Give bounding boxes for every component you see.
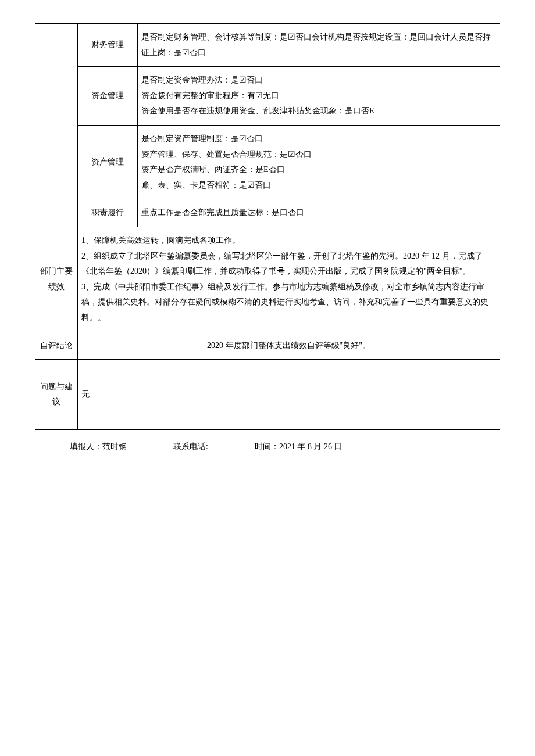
row-content: 是否制定财务管理、会计核算等制度：是☑否口会计机构是否按规定设置：是回口会计人员… [138, 24, 500, 67]
section-label: 部门主要绩效 [35, 227, 78, 332]
section-content: 2020 年度部门整体支出绩效自评等级"良好"。 [78, 332, 500, 360]
table-row: 部门主要绩效 1、保障机关高效运转，圆满完成各项工作。 2、组织成立了北塔区年鉴… [35, 227, 500, 332]
footer: 填报人：范时钢 联系电话: 时间：2021 年 8 月 26 日 [35, 442, 500, 452]
table-row: 资金管理 是否制定资金管理办法：是☑否口 资金拨付有完整的审批程序：有☑无口 资… [35, 67, 500, 126]
row-label: 资金管理 [78, 67, 138, 126]
content-text: 是否制定资金管理办法：是☑否口 资金拨付有完整的审批程序：有☑无口 资金使用是否… [141, 76, 374, 115]
time-label: 时间： [255, 442, 279, 451]
time-field: 时间：2021 年 8 月 26 日 [255, 442, 343, 452]
row-content: 重点工作是否全部完成且质量达标：是口否口 [138, 199, 500, 227]
table-row: 问题与建议 无 [35, 360, 500, 430]
phone-label: 联系电话: [173, 442, 208, 451]
main-table: 财务管理 是否制定财务管理、会计核算等制度：是☑否口会计机构是否按规定设置：是回… [35, 23, 500, 430]
row-label: 财务管理 [78, 24, 138, 67]
row-content: 是否制定资金管理办法：是☑否口 资金拨付有完整的审批程序：有☑无口 资金使用是否… [138, 67, 500, 126]
content-text: 重点工作是否全部完成且质量达标：是口否口 [141, 208, 304, 217]
phone-field: 联系电话: [173, 442, 208, 452]
table-row: 资产管理 是否制定资产管理制度：是☑否口 资产管理、保存、处置是否合理规范：是☑… [35, 125, 500, 199]
section-content: 无 [78, 360, 500, 430]
table-row: 自评结论 2020 年度部门整体支出绩效自评等级"良好"。 [35, 332, 500, 360]
row-label: 职责履行 [78, 199, 138, 227]
content-text: 1、保障机关高效运转，圆满完成各项工作。 2、组织成立了北塔区年鉴编纂委员会，编… [81, 236, 488, 322]
reporter-field: 填报人：范时钢 [70, 442, 127, 452]
section-label: 自评结论 [35, 332, 78, 360]
row-content: 是否制定资产管理制度：是☑否口 资产管理、保存、处置是否合理规范：是☑否口 资产… [138, 125, 500, 199]
reporter-label: 填报人： [70, 442, 102, 451]
reporter-value: 范时钢 [102, 442, 127, 451]
section-label: 问题与建议 [35, 360, 78, 430]
table-row: 财务管理 是否制定财务管理、会计核算等制度：是☑否口会计机构是否按规定设置：是回… [35, 24, 500, 67]
content-text: 2020 年度部门整体支出绩效自评等级"良好"。 [207, 341, 370, 350]
content-text: 无 [81, 390, 90, 399]
table-row: 职责履行 重点工作是否全部完成且质量达标：是口否口 [35, 199, 500, 227]
content-text: 是否制定财务管理、会计核算等制度：是☑否口会计机构是否按规定设置：是回口会计人员… [141, 33, 491, 57]
time-value: 2021 年 8 月 26 日 [279, 442, 343, 451]
section-content: 1、保障机关高效运转，圆满完成各项工作。 2、组织成立了北塔区年鉴编纂委员会，编… [78, 227, 500, 332]
row-label: 资产管理 [78, 125, 138, 199]
group-col [35, 24, 78, 227]
content-text: 是否制定资产管理制度：是☑否口 资产管理、保存、处置是否合理规范：是☑否口 资产… [141, 134, 312, 189]
